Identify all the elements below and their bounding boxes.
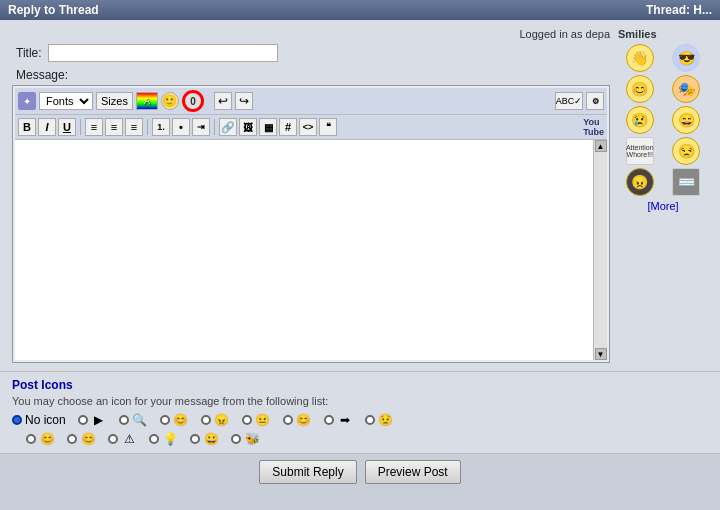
icon-choice-8[interactable]: 😟 — [365, 412, 394, 428]
title-input[interactable] — [48, 44, 278, 62]
smiley-sad[interactable]: 😢 — [626, 106, 654, 134]
radio-10[interactable] — [108, 434, 118, 444]
editor-scrollbar[interactable]: ▲ ▼ — [593, 140, 607, 360]
icon-choice-1[interactable]: ▶ — [78, 412, 107, 428]
smilies-grid: 👋 😎 😊 🎭 😢 😄 Attention Whore!!! 😒 😠 ⌨️ — [618, 44, 708, 196]
separator1 — [80, 119, 81, 135]
radio-7[interactable] — [324, 415, 334, 425]
radio-blank[interactable] — [26, 434, 36, 444]
icon-choice-6[interactable]: 😊 — [283, 412, 312, 428]
link-button[interactable]: 🔗 — [219, 118, 237, 136]
sizes-button[interactable]: Sizes — [96, 92, 133, 110]
radio-3[interactable] — [160, 415, 170, 425]
image-button[interactable]: 🖼 — [239, 118, 257, 136]
icon-img-7: ➡ — [337, 412, 353, 428]
unordered-list-button[interactable]: • — [172, 118, 190, 136]
icon-choice-7[interactable]: ➡ — [324, 412, 353, 428]
icon-img-12: 😀 — [203, 431, 219, 447]
top-bar: Reply to Thread Thread: H... — [0, 0, 720, 20]
radio-2[interactable] — [119, 415, 129, 425]
icon-choice-10[interactable]: ⚠ — [108, 431, 137, 447]
youtube-button[interactable]: YouTube — [583, 117, 604, 137]
radio-13[interactable] — [231, 434, 241, 444]
logged-in-text: Logged in as depa — [12, 28, 610, 40]
code-button[interactable]: <> — [299, 118, 317, 136]
left-panel: Logged in as depa Title: Message: ✦ Font… — [12, 28, 610, 363]
icon-img-3: 😊 — [173, 412, 189, 428]
message-label: Message: — [16, 68, 610, 82]
highlighted-button[interactable]: 0 — [182, 90, 204, 112]
hash-button[interactable]: # — [279, 118, 297, 136]
radio-5[interactable] — [242, 415, 252, 425]
icon-choice-13[interactable]: 🐝 — [231, 431, 260, 447]
smiley-happy[interactable]: 😊 — [626, 75, 654, 103]
icon-img-8: 😟 — [378, 412, 394, 428]
smiley-cool[interactable]: 😎 — [672, 44, 700, 72]
preview-post-button[interactable]: Preview Post — [365, 460, 461, 484]
icon-choice-12[interactable]: 😀 — [190, 431, 219, 447]
icon-choice-no-icon[interactable]: No icon — [12, 413, 66, 427]
icon-img-9: 😊 — [80, 431, 96, 447]
title-label: Title: — [16, 46, 42, 60]
smiley-button[interactable]: 🙂 — [161, 92, 179, 110]
radio-8[interactable] — [365, 415, 375, 425]
bold-button[interactable]: B — [18, 118, 36, 136]
no-icon-label: No icon — [25, 413, 66, 427]
scroll-up-arrow[interactable]: ▲ — [595, 140, 607, 152]
icon-img-6: 😊 — [296, 412, 312, 428]
submit-reply-button[interactable]: Submit Reply — [259, 460, 356, 484]
radio-11[interactable] — [149, 434, 159, 444]
separator3 — [214, 119, 215, 135]
fonts-select[interactable]: Fonts — [39, 92, 93, 110]
editor-container: ✦ Fonts Sizes A 🙂 0 ↩ ↪ ABC✓ ⚙ B I — [12, 85, 610, 363]
scroll-down-arrow[interactable]: ▼ — [595, 348, 607, 360]
radio-6[interactable] — [283, 415, 293, 425]
radio-4[interactable] — [201, 415, 211, 425]
smiley-attention[interactable]: Attention Whore!!! — [626, 137, 654, 165]
radio-no-icon[interactable] — [12, 415, 22, 425]
ordered-list-button[interactable]: 1. — [152, 118, 170, 136]
post-icons-section: Post Icons You may choose an icon for yo… — [0, 371, 720, 453]
smiley-wink[interactable]: 😒 — [672, 137, 700, 165]
smiley-wave[interactable]: 👋 — [626, 44, 654, 72]
icon-choice-5[interactable]: 😐 — [242, 412, 271, 428]
radio-1[interactable] — [78, 415, 88, 425]
radio-12[interactable] — [190, 434, 200, 444]
align-left-button[interactable]: ≡ — [85, 118, 103, 136]
color-button[interactable]: A — [136, 92, 158, 110]
smiley-star[interactable]: 😠 — [626, 168, 654, 196]
media-button[interactable]: ▦ — [259, 118, 277, 136]
italic-button[interactable]: I — [38, 118, 56, 136]
icons-grid: No icon ▶ 🔍 😊 😠 😐 — [12, 412, 708, 447]
undo-button[interactable]: ↩ — [214, 92, 232, 110]
icon-choice-11[interactable]: 💡 — [149, 431, 178, 447]
icon-choice-9[interactable]: 😊 — [67, 431, 96, 447]
indent-button[interactable]: ⇥ — [192, 118, 210, 136]
align-center-button[interactable]: ≡ — [105, 118, 123, 136]
spellcheck-button[interactable]: ABC✓ — [555, 92, 583, 110]
more-smilies-link[interactable]: [More] — [618, 200, 708, 212]
underline-button[interactable]: U — [58, 118, 76, 136]
icon-img-blank: 😊 — [39, 431, 55, 447]
align-right-button[interactable]: ≡ — [125, 118, 143, 136]
options-button[interactable]: ⚙ — [586, 92, 604, 110]
icon-choice-blank[interactable]: 😊 — [26, 431, 55, 447]
smiley-keyboard[interactable]: ⌨️ — [672, 168, 700, 196]
icons-row-1: No icon ▶ 🔍 😊 😠 😐 — [12, 412, 708, 428]
redo-button[interactable]: ↪ — [235, 92, 253, 110]
icon-choice-4[interactable]: 😠 — [201, 412, 230, 428]
icon-img-10: ⚠ — [121, 431, 137, 447]
icon-choice-3[interactable]: 😊 — [160, 412, 189, 428]
icon-img-1: ▶ — [91, 412, 107, 428]
bottom-bar: Submit Reply Preview Post — [0, 453, 720, 490]
header-right-title: Thread: H... — [646, 3, 712, 17]
quote-button[interactable]: ❝ — [319, 118, 337, 136]
smiley-laugh[interactable]: 😄 — [672, 106, 700, 134]
radio-9[interactable] — [67, 434, 77, 444]
message-textarea[interactable] — [15, 140, 593, 360]
icon-choice-2[interactable]: 🔍 — [119, 412, 148, 428]
wand-icon[interactable]: ✦ — [18, 92, 36, 110]
toolbar-row1: ✦ Fonts Sizes A 🙂 0 ↩ ↪ ABC✓ ⚙ — [15, 88, 607, 115]
smiley-icon2[interactable]: 🎭 — [672, 75, 700, 103]
main-content: Logged in as depa Title: Message: ✦ Font… — [0, 20, 720, 371]
